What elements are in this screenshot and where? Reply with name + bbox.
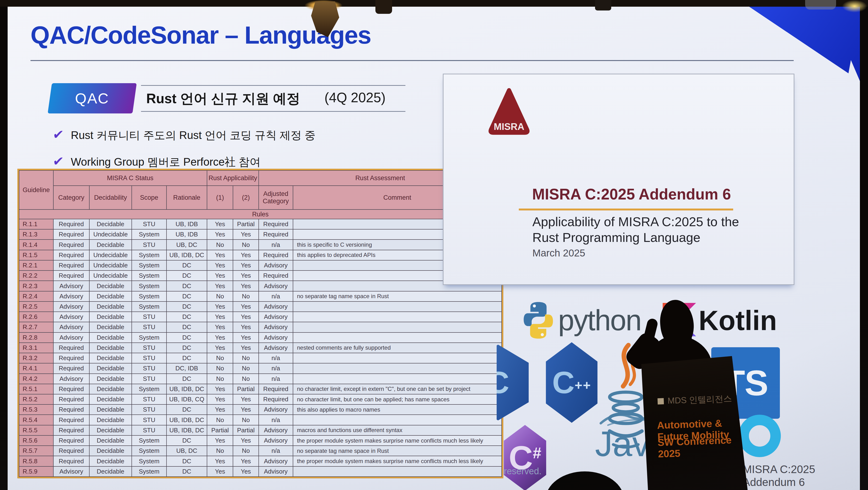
rule-cell: STU <box>132 312 166 322</box>
rule-cell: No <box>233 239 258 250</box>
rule-id-cell: R.5.3 <box>19 404 53 415</box>
rule-cell: Decidable <box>89 425 132 435</box>
rule-cell: No <box>207 239 233 250</box>
rule-cell: Required <box>53 384 89 394</box>
section-line-bottom <box>141 111 405 112</box>
table-row: R.5.4RequiredDecidableSTUUB, IDB, DCNoNo… <box>19 415 502 425</box>
rule-cell: Required <box>53 435 89 446</box>
table-row: R.5.9AdvisoryDecidableSystemDCYesYesAdvi… <box>19 466 502 477</box>
rule-cell: Advisory <box>259 322 293 332</box>
rule-cell: Advisory <box>259 333 293 343</box>
rule-cell: Undecidable <box>89 229 132 239</box>
rule-cell: Required <box>53 250 89 260</box>
rule-cell: Decidable <box>89 219 132 229</box>
rule-cell: Advisory <box>53 291 89 301</box>
rule-cell: Yes <box>233 270 258 281</box>
rule-cell: Yes <box>233 394 258 404</box>
rule-cell: Yes <box>207 312 233 322</box>
rule-id-cell: R.2.7 <box>19 322 53 332</box>
rule-cell: No <box>207 291 233 301</box>
rule-cell: Required <box>53 456 89 466</box>
title-divider <box>30 60 794 61</box>
rule-cell: Required <box>259 229 293 239</box>
rule-cell: Yes <box>207 270 233 281</box>
rule-cell: Undecidable <box>89 260 132 270</box>
rule-cell: STU <box>132 322 166 332</box>
rule-cell: Advisory <box>53 322 89 332</box>
rule-cell: Partial <box>233 425 258 435</box>
rule-cell: Required <box>53 270 89 281</box>
rule-cell: n/a <box>259 415 293 425</box>
rule-cell <box>293 301 502 312</box>
rule-cell: UB, IDB <box>166 229 207 239</box>
ceiling-lamp-icon <box>375 0 392 14</box>
table-row: R.2.7AdvisoryDecidableSTUDCYesYesAdvisor… <box>19 322 502 332</box>
rule-cell: System <box>132 435 166 446</box>
rule-cell: Decidable <box>89 404 132 415</box>
table-row: R.3.2RequiredDecidableSTUDCNoNon/a <box>19 353 502 363</box>
rule-cell: UB, DC <box>166 239 207 250</box>
rule-cell: DC <box>166 374 207 384</box>
table-row: R.2.2RequiredUndecidableSystemDCYesYesRe… <box>19 270 502 281</box>
rule-id-cell: R.4.1 <box>19 363 53 373</box>
rule-cell: Yes <box>233 250 258 260</box>
rule-cell: UB, IDB, CQ <box>166 394 207 404</box>
qac-badge-label: QAC <box>75 90 109 107</box>
rule-cell: DC <box>166 322 207 332</box>
misra-rules-table: Guideline MISRA C Status Rust Applicabil… <box>18 169 503 478</box>
rule-cell: Advisory <box>259 466 293 477</box>
rule-cell: Yes <box>207 384 233 394</box>
rule-id-cell: R.5.1 <box>19 384 53 394</box>
rule-cell: Required <box>259 250 293 260</box>
rule-cell <box>293 415 502 425</box>
rule-cell: Required <box>259 394 293 404</box>
rule-cell: Required <box>53 343 89 353</box>
rule-cell: nested comments are fully supported <box>293 343 502 353</box>
rule-cell: STU <box>132 394 166 404</box>
rule-cell: Advisory <box>53 301 89 312</box>
rule-cell: Yes <box>207 435 233 446</box>
rule-cell <box>293 466 502 477</box>
rule-id-cell: R.2.2 <box>19 270 53 281</box>
rule-cell: UB, DC <box>166 446 207 456</box>
rule-cell: Advisory <box>53 374 89 384</box>
rule-cell: Yes <box>233 260 258 270</box>
rule-id-cell: R.1.5 <box>19 250 53 260</box>
rule-cell: No <box>233 353 258 363</box>
rule-id-cell: R.2.3 <box>19 281 53 291</box>
rule-cell: UB, IDB, DC <box>166 250 207 260</box>
check-icon: ✔ <box>52 154 65 169</box>
rule-cell: STU <box>132 343 166 353</box>
rule-cell: System <box>132 270 166 281</box>
rule-cell: n/a <box>259 239 293 250</box>
ceiling-object <box>805 0 836 9</box>
csharp-hash: # <box>533 444 541 462</box>
rule-cell: Yes <box>233 343 258 353</box>
col-header-category: Category <box>53 186 89 209</box>
misra-logo-text: MISRA <box>494 121 524 132</box>
rule-cell: Decidable <box>89 281 132 291</box>
rule-cell: System <box>132 466 166 477</box>
rule-cell: Advisory <box>53 312 89 322</box>
rule-cell: this also applies to macro names <box>293 404 502 415</box>
rule-cell: DC <box>166 353 207 363</box>
col-header-misra-c-status: MISRA C Status <box>53 170 207 186</box>
c-logo-partial: C <box>497 345 533 421</box>
rule-cell: Decidable <box>89 322 132 332</box>
rule-cell: STU <box>132 404 166 415</box>
rule-id-cell: R.5.6 <box>19 435 53 446</box>
rule-id-cell: R.5.2 <box>19 394 53 404</box>
rule-cell: Decidable <box>89 312 132 322</box>
table-group-header-row: Guideline MISRA C Status Rust Applicabil… <box>19 170 502 186</box>
rule-cell: Decidable <box>89 466 132 477</box>
rule-cell: System <box>132 229 166 239</box>
go-logo-icon <box>738 415 781 457</box>
rule-cell: Yes <box>207 394 233 404</box>
rule-cell: System <box>132 333 166 343</box>
cpp-plusplus: ++ <box>575 377 591 393</box>
cpp-letter: C <box>552 365 575 400</box>
rule-cell: Advisory <box>259 343 293 353</box>
table-row: R.5.6RequiredDecidableSystemDCYesYesAdvi… <box>19 435 502 446</box>
rule-id-cell: R.1.1 <box>19 219 53 229</box>
rule-cell: STU <box>132 353 166 363</box>
